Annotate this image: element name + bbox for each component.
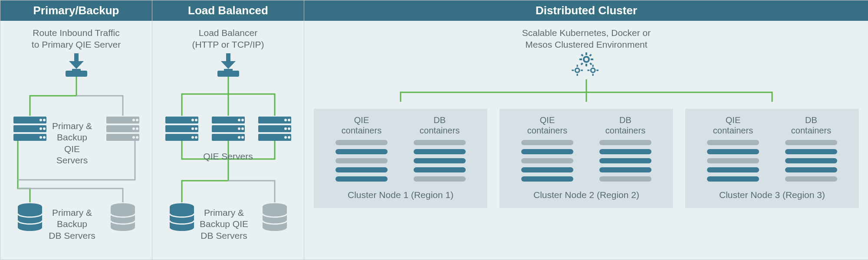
svg-rect-39 [577,74,578,76]
label-db-containers: DB containers [599,115,651,136]
database-icon [170,203,194,231]
header-primary-backup: Primary/Backup [0,0,152,21]
svg-rect-35 [589,62,592,65]
label-db-containers: DB containers [414,115,466,136]
svg-rect-34 [581,54,583,56]
header-load-balanced: Load Balanced [152,0,304,21]
container-bars-icon [335,140,388,182]
database-icon [18,203,42,231]
container-bars-icon [707,140,759,182]
container-bars-icon [521,140,573,182]
header-distributed: Distributed Cluster [304,0,868,21]
ingress-icon [217,53,239,77]
svg-rect-38 [577,65,578,67]
container-bars-icon [599,140,651,182]
label-db-servers: Primary & Backup QIE DB Servers [196,207,252,241]
desc-load-balanced: Load Balancer (HTTP or TCP/IP) [160,27,296,51]
svg-rect-33 [580,62,583,65]
svg-rect-29 [585,64,587,66]
label-db-containers: DB containers [785,115,837,136]
diagram-distributed-top [312,51,861,103]
desc-distributed: Scalable Kubernetes, Docker or Mesos Clu… [312,27,861,51]
gears-icon [572,52,598,76]
desc-primary-backup: Route Inbound Traffic to Primary QIE Ser… [8,27,144,51]
svg-rect-30 [579,58,582,60]
container-bars-icon [414,140,466,182]
column-load-balanced: Load Balanced Load Balancer (HTTP or TCP… [152,0,304,260]
cluster-nodes: QIE containers DB containers [312,109,861,208]
svg-point-43 [592,69,594,72]
server-icon [258,117,291,141]
svg-rect-47 [596,69,598,71]
label-db-servers: Primary & Backup DB Servers [44,207,100,241]
cluster-node: QIE containers DB containers [685,109,859,208]
cluster-node: QIE containers DB containers [500,109,673,208]
server-icon [165,117,198,141]
svg-rect-41 [581,69,583,71]
node-caption: Cluster Node 2 (Region 2) [508,190,664,200]
label-qie-containers: QIE containers [521,115,573,136]
svg-rect-40 [572,69,574,71]
cluster-node: QIE containers DB containers [314,109,487,208]
label-qie-containers: QIE containers [707,115,759,136]
label-qie-servers: Primary & Backup QIE Servers [48,120,96,166]
ingress-icon [66,53,87,77]
column-primary-backup: Primary/Backup Route Inbound Traffic to … [0,0,152,260]
label-qie-containers: QIE containers [335,115,388,136]
svg-rect-28 [585,52,587,55]
svg-rect-31 [591,58,593,60]
svg-rect-46 [587,69,589,71]
node-caption: Cluster Node 1 (Region 1) [322,190,479,200]
server-icon [13,117,46,141]
database-icon [263,203,287,231]
node-caption: Cluster Node 3 (Region 3) [694,190,850,200]
container-bars-icon [785,140,837,182]
svg-rect-45 [592,74,594,76]
server-icon [106,117,139,141]
svg-rect-44 [592,65,594,67]
svg-rect-32 [589,54,592,56]
column-distributed: Distributed Cluster Scalable Kubernetes,… [304,0,868,260]
svg-point-27 [585,58,588,61]
svg-point-37 [576,69,579,72]
server-icon [212,117,245,141]
label-qie-servers: QIE Servers [152,151,304,162]
database-icon [111,203,135,231]
